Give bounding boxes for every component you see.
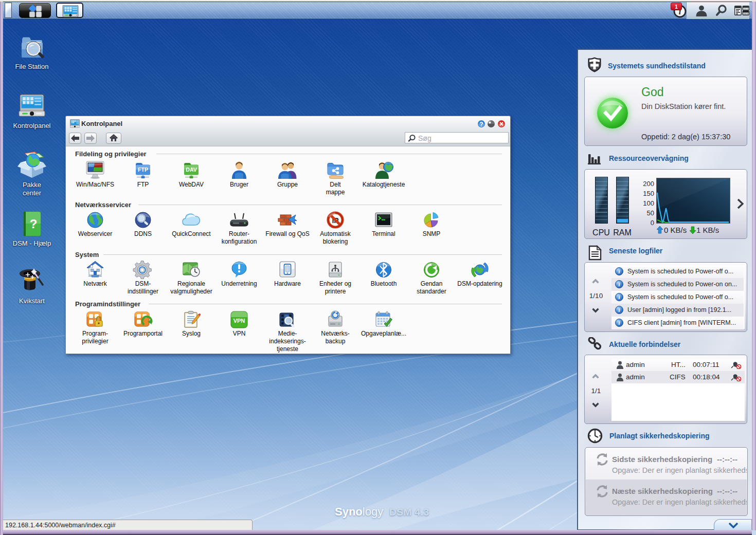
svg-text:?: ? (30, 217, 38, 231)
svg-text:FTP: FTP (138, 167, 148, 173)
svg-text:?: ? (479, 121, 483, 128)
svg-text:VPN: VPN (233, 318, 245, 324)
svg-text:DAV: DAV (186, 167, 196, 173)
